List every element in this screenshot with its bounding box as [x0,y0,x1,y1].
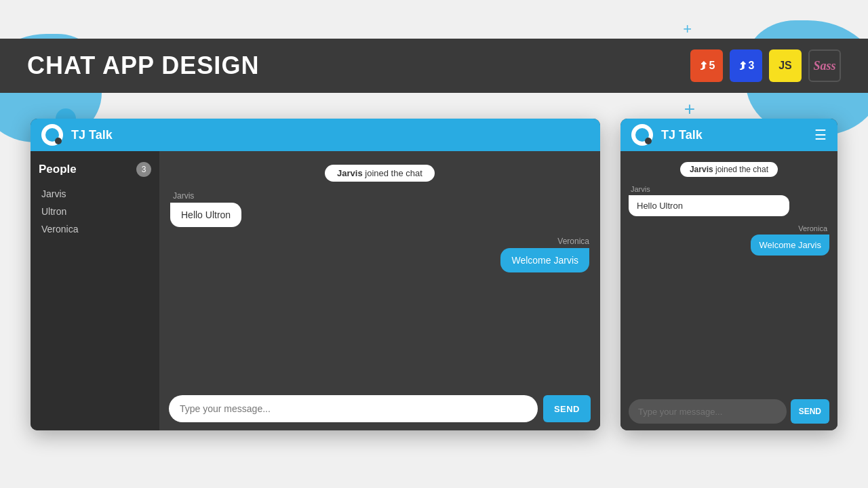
sidebar-item-veronica[interactable]: Veronica [39,220,151,238]
header-banner: CHAT APP DESIGN ⮭5 ⮭3 JS Sass [0,39,868,93]
small-system-username: Jarvis [690,165,713,174]
small-message-veronica: Veronica Welcome Jarvis [751,224,829,256]
app-logo [41,124,63,146]
message-input-small[interactable] [629,399,787,424]
msg-sender-veronica: Veronica [555,237,589,246]
small-system-message: Jarvis joined the chat [629,162,829,177]
sidebar-header: People 3 [39,162,151,177]
sass-icon: Sass [813,59,835,73]
window-titlebar-large: TJ Talk [31,119,600,151]
chat-input-area-large: SEND [159,387,600,430]
css3-icon: ⮭3 [738,60,755,72]
people-count-badge: 3 [136,162,151,177]
tech-badges: ⮭5 ⮭3 JS Sass [690,49,841,82]
small-msg-sender-veronica: Veronica [751,224,829,232]
small-input-area: SEND [620,392,837,430]
hamburger-icon[interactable]: ☰ [814,127,827,143]
large-window-body: People 3 Jarvis Ultron Veronica Jarvis j… [31,151,600,430]
html5-badge: ⮭5 [690,49,723,82]
page-title: CHAT APP DESIGN [27,52,259,80]
message-jarvis: Jarvis Hello Ultron [170,191,401,227]
small-system-bubble: Jarvis joined the chat [680,162,778,177]
app-logo-inner [45,128,59,142]
message-input-large[interactable] [169,395,538,422]
system-username-1: Jarvis [337,168,363,178]
js-badge: JS [769,49,802,82]
messages-list-large: Jarvis joined the chat Jarvis Hello Ultr… [159,151,600,387]
small-bubble-veronica: Welcome Jarvis [751,235,829,256]
chat-window-small: TJ Talk ☰ Jarvis joined the chat Jarvis … [620,119,837,430]
send-button-large[interactable]: SEND [543,395,591,422]
sidebar: People 3 Jarvis Ultron Veronica [31,151,159,430]
messages-list-small: Jarvis joined the chat Jarvis Hello Ultr… [620,151,837,392]
html5-icon: ⮭5 [698,60,715,72]
small-msg-sender-jarvis: Jarvis [629,185,789,193]
sidebar-title: People [39,163,77,176]
css3-badge: ⮭3 [730,49,762,82]
msg-bubble-veronica: Welcome Jarvis [500,248,589,272]
message-veronica: Veronica Welcome Jarvis [500,237,589,272]
app-logo-inner-small [635,128,649,142]
app-title-large: TJ Talk [71,128,113,142]
app-logo-small [631,124,653,146]
window-titlebar-small: TJ Talk ☰ [620,119,837,151]
chat-area-large: Jarvis joined the chat Jarvis Hello Ultr… [159,151,600,430]
system-bubble-1: Jarvis joined the chat [325,165,435,182]
small-message-jarvis: Jarvis Hello Ultron [629,185,789,216]
sidebar-item-jarvis[interactable]: Jarvis [39,185,151,203]
sass-badge: Sass [808,49,841,82]
chat-window-large: TJ Talk People 3 Jarvis Ultron Veronica [31,119,600,430]
app-title-small: TJ Talk [661,128,703,142]
msg-bubble-jarvis: Hello Ultron [170,203,241,227]
small-bubble-jarvis: Hello Ultron [629,195,789,216]
system-message-1: Jarvis joined the chat [170,165,589,182]
js-icon: JS [778,60,792,72]
plus-deco-1: + [684,98,695,120]
small-window-body: Jarvis joined the chat Jarvis Hello Ultr… [620,151,837,430]
sidebar-item-ultron[interactable]: Ultron [39,203,151,220]
small-system-text: joined the chat [715,165,768,174]
plus-deco-2: + [683,20,692,38]
system-text-1: joined the chat [365,168,422,178]
send-button-small[interactable]: SEND [791,399,829,424]
msg-sender-jarvis: Jarvis [170,191,194,201]
main-content: TJ Talk People 3 Jarvis Ultron Veronica [0,119,868,430]
